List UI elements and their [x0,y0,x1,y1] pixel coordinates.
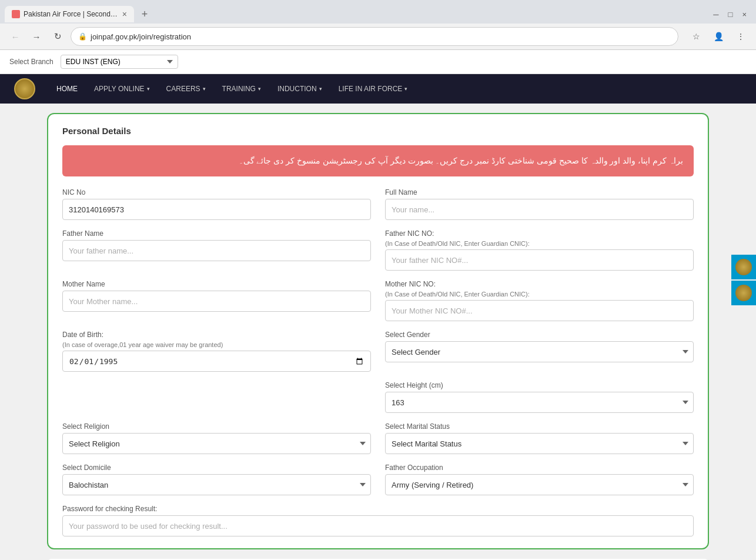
father-nic-label: Father NIC NO: [385,229,694,238]
close-window-button[interactable]: × [742,10,747,19]
menu-button[interactable]: ⋮ [732,28,749,45]
sidebar-icon-top[interactable] [731,255,756,279]
back-button[interactable]: ← [7,28,24,45]
chevron-icon: ▾ [147,86,150,92]
height-select[interactable]: 163 150 155 160 165 170 [385,392,694,413]
nav-logo [14,78,35,99]
father-name-group: Father Name [62,229,371,271]
tab-close-button[interactable]: × [122,9,127,19]
mother-nic-group: Mother NIC NO: (In Case of Death/Old NIC… [385,280,694,321]
profile-button[interactable]: 👤 [710,28,727,45]
minimize-button[interactable]: ─ [713,10,718,19]
dob-group: Date of Birth: (In case of overage,01 ye… [62,331,371,372]
father-occupation-label: Father Occupation [385,464,694,472]
sidebar-icon-inner-top [735,259,752,275]
logo-circle [14,78,35,99]
password-input[interactable] [62,515,694,536]
full-name-label: Full Name [385,188,694,196]
personal-details-section: Personal Details براہ کرم اپنا، والد اور… [47,113,709,549]
sidebar-icons [731,255,756,305]
marital-label: Select Marital Status [385,422,694,431]
dob-sublabel: (In case of overage,01 year age waiver m… [62,341,371,348]
main-content: Personal Details براہ کرم اپنا، والد اور… [0,104,756,560]
mother-name-label: Mother Name [62,280,371,288]
domicile-group: Select Domicile Balochistan Punjab Sindh… [62,464,371,495]
lock-icon: 🔒 [78,32,87,41]
father-name-label: Father Name [62,229,371,238]
religion-select[interactable]: Select Religion Islam Christianity Hindu… [62,433,371,454]
gender-label: Select Gender [385,331,694,339]
mother-nic-sublabel: (In Case of Death/Old NIC, Enter Guardia… [385,291,694,298]
dob-input[interactable] [62,351,371,372]
father-name-input[interactable] [62,240,371,261]
active-tab[interactable]: Pakistan Air Force | Second to N... × [5,6,134,22]
tab-favicon [12,10,20,18]
browser-actions: ☆ 👤 ⋮ [688,28,749,45]
branch-select[interactable]: EDU INST (ENG) [61,55,178,69]
nav-item-apply-online[interactable]: APPLY ONLINE ▾ [87,81,157,96]
page-wrapper: Select Branch EDU INST (ENG) HOME APPLY … [0,50,756,560]
height-group: Select Height (cm) 163 150 155 160 165 1… [385,381,694,413]
reload-button[interactable]: ↻ [49,28,66,45]
personal-details-form: NIC No Full Name Father Name Father NIC … [62,188,694,536]
branch-selector-bar: Select Branch EDU INST (ENG) [0,50,756,74]
browser-chrome: Pakistan Air Force | Second to N... × + … [0,0,756,50]
full-name-input[interactable] [385,199,694,220]
height-label: Select Height (cm) [385,381,694,389]
forward-button[interactable]: → [28,28,45,45]
nav-item-training[interactable]: TRAINING ▾ [215,81,268,96]
nic-no-group: NIC No [62,188,371,220]
password-group: Password for checking Result: [62,505,694,536]
tab-bar: Pakistan Air Force | Second to N... × + … [0,0,756,24]
father-nic-group: Father NIC NO: (In Case of Death/Old NIC… [385,229,694,271]
nic-no-input[interactable] [62,199,371,220]
nav-bar: HOME APPLY ONLINE ▾ CAREERS ▾ TRAINING ▾… [0,74,756,104]
password-label: Password for checking Result: [62,505,694,513]
alert-text: براہ کرم اپنا، والد اور والدہ کا صحیح قو… [73,154,683,168]
nav-items: HOME APPLY ONLINE ▾ CAREERS ▾ TRAINING ▾… [49,81,414,96]
father-occupation-select[interactable]: Army (Serving / Retired) Civilian Other [385,474,694,495]
father-nic-input[interactable] [385,249,694,271]
gender-group: Select Gender Select Gender Male Female [385,331,694,372]
domicile-label: Select Domicile [62,464,371,472]
tab-title: Pakistan Air Force | Second to N... [24,10,119,18]
nav-item-careers[interactable]: CAREERS ▾ [159,81,213,96]
maximize-button[interactable]: □ [728,10,733,19]
personal-details-title: Personal Details [62,126,694,136]
window-controls: ─ □ × [713,10,751,19]
branch-label: Select Branch [9,58,53,66]
father-nic-sublabel: (In Case of Death/Old NIC, Enter Guardia… [385,240,694,247]
sidebar-icon-inner-bottom [735,285,752,301]
sidebar-icon-bottom[interactable] [731,281,756,305]
religion-group: Select Religion Select Religion Islam Ch… [62,422,371,454]
chevron-icon: ▾ [404,86,407,92]
mother-nic-label: Mother NIC NO: [385,280,694,288]
nav-item-induction[interactable]: INDUCTION ▾ [270,81,329,96]
religion-label: Select Religion [62,422,371,431]
mother-name-group: Mother Name [62,280,371,321]
mother-nic-input[interactable] [385,300,694,321]
gender-select[interactable]: Select Gender Male Female [385,341,694,362]
chevron-icon: ▾ [258,86,261,92]
marital-select[interactable]: Select Marital Status Single Married Div… [385,433,694,454]
domicile-select[interactable]: Balochistan Punjab Sindh KPK [62,474,371,495]
father-occupation-group: Father Occupation Army (Serving / Retire… [385,464,694,495]
address-bar[interactable]: 🔒 joinpaf.gov.pk/join/registration [71,27,678,46]
nav-item-life-in-air-force[interactable]: LIFE IN AIR FORCE ▾ [332,81,415,96]
bookmarks-button[interactable]: ☆ [688,28,704,45]
mother-name-input[interactable] [62,291,371,312]
marital-status-group: Select Marital Status Select Marital Sta… [385,422,694,454]
new-tab-button[interactable]: + [136,6,153,22]
chevron-icon: ▾ [319,86,322,92]
dob-label: Date of Birth: [62,331,371,339]
address-text: joinpaf.gov.pk/join/registration [91,32,191,41]
chevron-icon: ▾ [203,86,206,92]
full-name-group: Full Name [385,188,694,220]
nic-no-label: NIC No [62,188,371,196]
address-bar-row: ← → ↻ 🔒 joinpaf.gov.pk/join/registration… [0,24,756,49]
nav-item-home[interactable]: HOME [49,81,85,96]
alert-banner: براہ کرم اپنا، والد اور والدہ کا صحیح قو… [62,145,694,176]
